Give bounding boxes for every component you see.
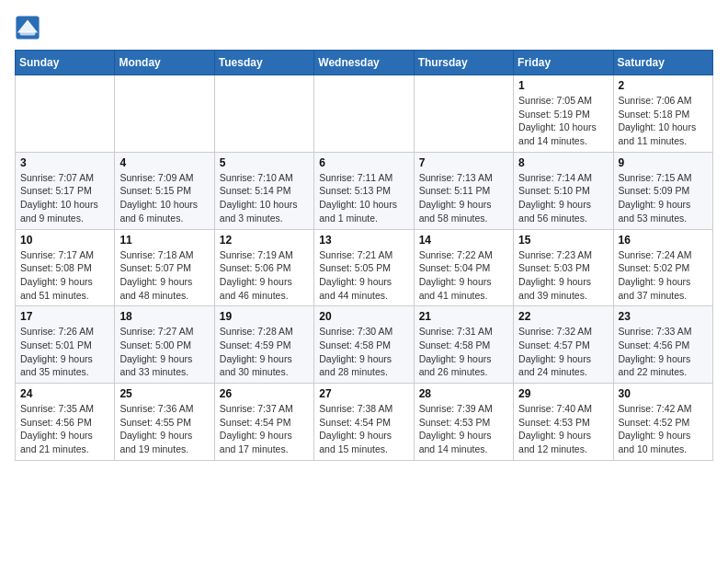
day-info: Sunrise: 7:30 AM Sunset: 4:58 PM Dayligh…	[319, 325, 408, 379]
day-cell: 17Sunrise: 7:26 AM Sunset: 5:01 PM Dayli…	[16, 306, 115, 384]
day-cell: 30Sunrise: 7:42 AM Sunset: 4:52 PM Dayli…	[613, 384, 712, 461]
day-number: 24	[20, 387, 109, 400]
week-row-1: 3Sunrise: 7:07 AM Sunset: 5:17 PM Daylig…	[16, 152, 713, 229]
day-cell	[115, 75, 214, 153]
weekday-header-thursday: Thursday	[414, 51, 513, 75]
weekday-header-saturday: Saturday	[613, 51, 712, 75]
day-cell: 13Sunrise: 7:21 AM Sunset: 5:05 PM Dayli…	[314, 229, 414, 306]
week-row-4: 24Sunrise: 7:35 AM Sunset: 4:56 PM Dayli…	[16, 384, 713, 461]
logo	[15, 15, 44, 40]
day-info: Sunrise: 7:28 AM Sunset: 4:59 PM Dayligh…	[220, 325, 309, 379]
day-info: Sunrise: 7:40 AM Sunset: 4:53 PM Dayligh…	[518, 402, 608, 456]
day-number: 26	[220, 387, 309, 400]
day-info: Sunrise: 7:37 AM Sunset: 4:54 PM Dayligh…	[220, 402, 309, 456]
day-info: Sunrise: 7:19 AM Sunset: 5:06 PM Dayligh…	[220, 248, 309, 303]
day-info: Sunrise: 7:33 AM Sunset: 4:56 PM Dayligh…	[619, 325, 708, 379]
day-cell: 10Sunrise: 7:17 AM Sunset: 5:08 PM Dayli…	[16, 229, 115, 306]
day-info: Sunrise: 7:18 AM Sunset: 5:07 PM Dayligh…	[119, 248, 209, 303]
day-cell: 27Sunrise: 7:38 AM Sunset: 4:54 PM Dayli…	[314, 384, 414, 461]
day-number: 19	[220, 310, 309, 323]
day-info: Sunrise: 7:26 AM Sunset: 5:01 PM Dayligh…	[20, 325, 109, 379]
day-cell: 3Sunrise: 7:07 AM Sunset: 5:17 PM Daylig…	[16, 152, 115, 229]
day-number: 27	[319, 387, 408, 400]
day-info: Sunrise: 7:22 AM Sunset: 5:04 PM Dayligh…	[419, 248, 508, 303]
day-cell: 12Sunrise: 7:19 AM Sunset: 5:06 PM Dayli…	[214, 229, 313, 306]
day-cell	[414, 75, 513, 153]
day-cell: 24Sunrise: 7:35 AM Sunset: 4:56 PM Dayli…	[16, 384, 115, 461]
week-row-3: 17Sunrise: 7:26 AM Sunset: 5:01 PM Dayli…	[16, 306, 713, 384]
day-info: Sunrise: 7:07 AM Sunset: 5:17 PM Dayligh…	[20, 171, 109, 225]
weekday-header-friday: Friday	[514, 51, 613, 75]
day-cell: 18Sunrise: 7:27 AM Sunset: 5:00 PM Dayli…	[115, 306, 214, 384]
day-number: 11	[119, 234, 209, 247]
day-info: Sunrise: 7:17 AM Sunset: 5:08 PM Dayligh…	[20, 248, 109, 303]
day-number: 2	[619, 79, 708, 92]
day-info: Sunrise: 7:31 AM Sunset: 4:58 PM Dayligh…	[419, 325, 508, 379]
day-cell: 22Sunrise: 7:32 AM Sunset: 4:57 PM Dayli…	[514, 306, 613, 384]
day-info: Sunrise: 7:09 AM Sunset: 5:15 PM Dayligh…	[119, 171, 209, 225]
day-cell: 23Sunrise: 7:33 AM Sunset: 4:56 PM Dayli…	[613, 306, 712, 384]
day-number: 9	[619, 156, 708, 169]
day-cell: 9Sunrise: 7:15 AM Sunset: 5:09 PM Daylig…	[613, 152, 712, 229]
weekday-header-wednesday: Wednesday	[314, 51, 414, 75]
day-number: 8	[518, 156, 608, 169]
day-cell: 29Sunrise: 7:40 AM Sunset: 4:53 PM Dayli…	[514, 384, 613, 461]
day-number: 29	[518, 387, 608, 400]
day-number: 28	[419, 387, 508, 400]
day-number: 14	[419, 234, 508, 247]
day-info: Sunrise: 7:42 AM Sunset: 4:52 PM Dayligh…	[619, 402, 708, 456]
day-cell	[16, 75, 115, 153]
day-info: Sunrise: 7:23 AM Sunset: 5:03 PM Dayligh…	[518, 248, 608, 303]
svg-rect-2	[20, 31, 36, 35]
day-cell: 4Sunrise: 7:09 AM Sunset: 5:15 PM Daylig…	[115, 152, 214, 229]
day-number: 23	[619, 310, 708, 323]
day-number: 25	[119, 387, 209, 400]
day-cell	[314, 75, 414, 153]
day-cell: 20Sunrise: 7:30 AM Sunset: 4:58 PM Dayli…	[314, 306, 414, 384]
day-number: 13	[319, 234, 408, 247]
day-number: 16	[619, 234, 708, 247]
day-cell: 14Sunrise: 7:22 AM Sunset: 5:04 PM Dayli…	[414, 229, 513, 306]
day-cell: 7Sunrise: 7:13 AM Sunset: 5:11 PM Daylig…	[414, 152, 513, 229]
weekday-header-row: SundayMondayTuesdayWednesdayThursdayFrid…	[16, 51, 713, 75]
day-number: 1	[518, 79, 608, 92]
day-info: Sunrise: 7:14 AM Sunset: 5:10 PM Dayligh…	[518, 171, 608, 225]
day-number: 15	[518, 234, 608, 247]
day-cell: 11Sunrise: 7:18 AM Sunset: 5:07 PM Dayli…	[115, 229, 214, 306]
day-cell	[214, 75, 313, 153]
day-info: Sunrise: 7:36 AM Sunset: 4:55 PM Dayligh…	[119, 402, 209, 456]
day-number: 17	[20, 310, 109, 323]
day-info: Sunrise: 7:05 AM Sunset: 5:19 PM Dayligh…	[518, 94, 608, 148]
day-cell: 6Sunrise: 7:11 AM Sunset: 5:13 PM Daylig…	[314, 152, 414, 229]
weekday-header-monday: Monday	[115, 51, 214, 75]
day-number: 7	[419, 156, 508, 169]
day-cell: 2Sunrise: 7:06 AM Sunset: 5:18 PM Daylig…	[613, 75, 712, 153]
page-header	[15, 15, 713, 40]
day-info: Sunrise: 7:21 AM Sunset: 5:05 PM Dayligh…	[319, 248, 408, 303]
day-number: 6	[319, 156, 408, 169]
day-number: 4	[119, 156, 209, 169]
day-cell: 21Sunrise: 7:31 AM Sunset: 4:58 PM Dayli…	[414, 306, 513, 384]
week-row-0: 1Sunrise: 7:05 AM Sunset: 5:19 PM Daylig…	[16, 75, 713, 153]
day-info: Sunrise: 7:11 AM Sunset: 5:13 PM Dayligh…	[319, 171, 408, 225]
day-info: Sunrise: 7:27 AM Sunset: 5:00 PM Dayligh…	[119, 325, 209, 379]
day-number: 18	[119, 310, 209, 323]
day-info: Sunrise: 7:24 AM Sunset: 5:02 PM Dayligh…	[619, 248, 708, 303]
day-cell: 28Sunrise: 7:39 AM Sunset: 4:53 PM Dayli…	[414, 384, 513, 461]
week-row-2: 10Sunrise: 7:17 AM Sunset: 5:08 PM Dayli…	[16, 229, 713, 306]
day-info: Sunrise: 7:35 AM Sunset: 4:56 PM Dayligh…	[20, 402, 109, 456]
day-info: Sunrise: 7:10 AM Sunset: 5:14 PM Dayligh…	[220, 171, 309, 225]
day-info: Sunrise: 7:13 AM Sunset: 5:11 PM Dayligh…	[419, 171, 508, 225]
day-cell: 16Sunrise: 7:24 AM Sunset: 5:02 PM Dayli…	[613, 229, 712, 306]
day-cell: 1Sunrise: 7:05 AM Sunset: 5:19 PM Daylig…	[514, 75, 613, 153]
logo-icon	[15, 15, 40, 40]
weekday-header-sunday: Sunday	[16, 51, 115, 75]
calendar-table: SundayMondayTuesdayWednesdayThursdayFrid…	[15, 50, 713, 461]
day-info: Sunrise: 7:06 AM Sunset: 5:18 PM Dayligh…	[619, 94, 708, 148]
day-number: 3	[20, 156, 109, 169]
day-number: 5	[220, 156, 309, 169]
day-number: 12	[220, 234, 309, 247]
day-cell: 8Sunrise: 7:14 AM Sunset: 5:10 PM Daylig…	[514, 152, 613, 229]
weekday-header-tuesday: Tuesday	[214, 51, 313, 75]
day-cell: 26Sunrise: 7:37 AM Sunset: 4:54 PM Dayli…	[214, 384, 313, 461]
